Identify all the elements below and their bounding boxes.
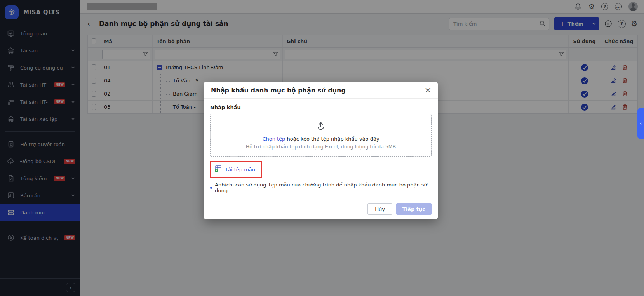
import-note: Anh/chị cần sử dụng Tệp mẫu của chương t… — [210, 182, 432, 193]
continue-button[interactable]: Tiếp tục — [396, 203, 432, 215]
modal-footer: Hủy Tiếp tục — [204, 198, 438, 219]
upload-icon — [315, 121, 327, 134]
modal-body: Nhập khẩu Chọn tệp hoặc kéo thả tệp nhập… — [204, 99, 438, 198]
import-note-text: Anh/chị cần sử dụng Tệp mẫu của chương t… — [215, 182, 432, 193]
close-icon[interactable]: × — [425, 85, 432, 95]
side-panel-toggle[interactable]: ‹ — [637, 108, 644, 139]
dropzone-text-rest: hoặc kéo thả tệp nhập khẩu vào đây — [285, 136, 379, 142]
dropzone-text: Chọn tệp hoặc kéo thả tệp nhập khẩu vào … — [262, 136, 379, 142]
modal-title: Nhập khẩu danh mục bộ phận sử dụng — [211, 87, 431, 94]
import-section-label: Nhập khẩu — [210, 104, 432, 110]
choose-file-link[interactable]: Chọn tệp — [262, 136, 285, 142]
app-root: MISA QLTS Tổng quan Tài sản Công cụ dụng… — [0, 0, 644, 296]
import-modal: Nhập khẩu danh mục bộ phận sử dụng × Nhậ… — [204, 82, 438, 219]
dropzone-hint: Hỗ trợ nhập khẩu tệp định dạng Excel, du… — [246, 144, 396, 150]
modal-header: Nhập khẩu danh mục bộ phận sử dụng × — [204, 82, 438, 99]
excel-file-icon: x — [214, 165, 222, 174]
bullet-icon — [210, 187, 212, 189]
template-download-highlight: x Tải tệp mẫu — [210, 161, 262, 178]
download-template-link[interactable]: Tải tệp mẫu — [225, 167, 255, 172]
cancel-button[interactable]: Hủy — [367, 203, 392, 215]
file-dropzone[interactable]: Chọn tệp hoặc kéo thả tệp nhập khẩu vào … — [210, 114, 432, 157]
